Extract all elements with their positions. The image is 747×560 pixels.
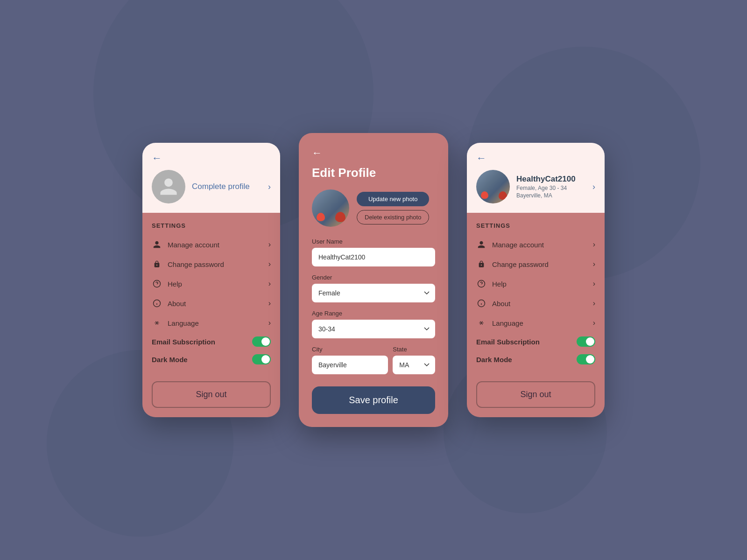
- right-avatar-inner: [476, 170, 510, 203]
- right-person-icon: [476, 239, 486, 250]
- right-info-icon: [476, 298, 486, 308]
- left-email-subscription-label: Email Subscription: [152, 338, 252, 346]
- right-settings-title: SETTINGS: [476, 222, 595, 229]
- right-about-label: About: [492, 300, 593, 308]
- svg-point-11: [481, 322, 482, 324]
- left-help-item[interactable]: Help ›: [152, 274, 271, 294]
- username-group: User Name: [312, 238, 435, 266]
- left-dark-mode-label: Dark Mode: [152, 356, 252, 364]
- right-user-location: Bayerville, MA: [516, 192, 576, 199]
- right-language-label: Language: [492, 319, 593, 327]
- left-email-subscription-row: Email Subscription: [152, 333, 271, 350]
- left-card: ← Complete profile › SETTINGS Manage acc…: [142, 143, 280, 417]
- city-state-row: City State MA CA NY TX FL: [312, 346, 435, 382]
- right-dark-mode-label: Dark Mode: [476, 356, 577, 364]
- right-email-subscription-label: Email Subscription: [476, 338, 577, 346]
- right-user-info: HealthyCat2100 Female, Age 30 - 34 Bayer…: [516, 175, 576, 199]
- state-select[interactable]: MA CA NY TX FL: [393, 356, 435, 374]
- left-settings-title: SETTINGS: [152, 222, 271, 229]
- right-manage-account-chevron-icon: ›: [593, 240, 595, 249]
- username-input[interactable]: [312, 248, 435, 266]
- right-apple-2: [481, 191, 488, 199]
- middle-back-arrow[interactable]: ←: [312, 147, 322, 159]
- complete-profile-text[interactable]: Complete profile: [192, 182, 250, 191]
- right-manage-account-label: Manage account: [492, 241, 593, 249]
- left-sign-out-button[interactable]: Sign out: [152, 381, 271, 408]
- screens-container: ← Complete profile › SETTINGS Manage acc…: [142, 133, 605, 427]
- left-dark-mode-row: Dark Mode: [152, 350, 271, 368]
- left-email-subscription-toggle[interactable]: [252, 336, 271, 347]
- right-lock-icon: [476, 259, 486, 269]
- right-username: HealthyCat2100: [516, 175, 576, 184]
- age-range-group: Age Range Under 18 18-24 25-29 30-34 35-…: [312, 310, 435, 338]
- right-help-item[interactable]: Help ›: [476, 274, 595, 294]
- save-profile-button[interactable]: Save profile: [312, 386, 435, 414]
- edit-avatar-inner: [312, 189, 349, 227]
- age-range-select[interactable]: Under 18 18-24 25-29 30-34 35-44 45-54 5…: [312, 320, 435, 338]
- left-language-icon: [152, 318, 162, 328]
- update-photo-button[interactable]: Update new photo: [357, 192, 429, 206]
- right-change-password-label: Change password: [492, 260, 593, 268]
- left-change-password-label: Change password: [168, 260, 268, 268]
- right-change-password-chevron-icon: ›: [593, 260, 595, 268]
- left-help-chevron-icon: ›: [268, 280, 271, 288]
- state-group: State MA CA NY TX FL: [393, 346, 435, 374]
- right-language-icon: [476, 318, 486, 328]
- right-help-label: Help: [492, 280, 593, 288]
- left-manage-account-label: Manage account: [168, 241, 268, 249]
- left-profile-chevron-icon[interactable]: ›: [268, 182, 271, 192]
- svg-point-5: [156, 322, 158, 324]
- edit-profile-avatar: [312, 189, 349, 227]
- right-help-icon: [476, 279, 486, 289]
- gender-label: Gender: [312, 274, 435, 281]
- right-card-top: ← HealthyCat2100 Female, Age 30 - 34 Bay…: [467, 143, 605, 213]
- right-email-subscription-toggle[interactable]: [577, 336, 595, 347]
- right-dark-mode-row: Dark Mode: [476, 350, 595, 368]
- username-label: User Name: [312, 238, 435, 245]
- left-about-label: About: [168, 300, 268, 308]
- left-back-arrow[interactable]: ←: [152, 152, 162, 164]
- left-manage-account-item[interactable]: Manage account ›: [152, 235, 271, 254]
- left-change-password-item[interactable]: Change password ›: [152, 254, 271, 274]
- right-about-item[interactable]: About ›: [476, 294, 595, 313]
- right-card: ← HealthyCat2100 Female, Age 30 - 34 Bay…: [467, 143, 605, 417]
- right-profile-chevron-icon[interactable]: ›: [592, 182, 595, 192]
- right-dark-mode-toggle[interactable]: [577, 354, 595, 364]
- left-help-label: Help: [168, 280, 268, 288]
- left-help-icon: [152, 279, 162, 289]
- left-language-chevron-icon: ›: [268, 319, 271, 327]
- left-manage-account-chevron-icon: ›: [268, 240, 271, 249]
- city-input[interactable]: [312, 356, 388, 374]
- right-back-arrow[interactable]: ←: [476, 152, 486, 164]
- left-about-item[interactable]: About ›: [152, 294, 271, 313]
- right-change-password-item[interactable]: Change password ›: [476, 254, 595, 274]
- middle-card: ← Edit Profile Update new photo Delete e…: [299, 133, 448, 427]
- left-info-icon: [152, 298, 162, 308]
- right-user-details: Female, Age 30 - 34: [516, 185, 576, 191]
- gender-group: Gender Female Male Non-binary Prefer not…: [312, 274, 435, 302]
- right-help-chevron-icon: ›: [593, 280, 595, 288]
- left-avatar-icon: [158, 176, 179, 197]
- left-profile-row: Complete profile ›: [152, 170, 271, 203]
- right-language-chevron-icon: ›: [593, 319, 595, 327]
- city-label: City: [312, 346, 388, 353]
- right-apple-1: [499, 191, 507, 200]
- left-person-icon: [152, 239, 162, 250]
- right-card-bottom: SETTINGS Manage account › Change passwor…: [467, 213, 605, 417]
- right-language-item[interactable]: Language ›: [476, 313, 595, 333]
- left-change-password-chevron-icon: ›: [268, 260, 271, 268]
- apple-decoration-1: [335, 212, 345, 222]
- right-sign-out-button[interactable]: Sign out: [476, 381, 595, 408]
- left-language-item[interactable]: Language ›: [152, 313, 271, 333]
- state-label: State: [393, 346, 435, 353]
- left-avatar: [152, 170, 185, 203]
- gender-select[interactable]: Female Male Non-binary Prefer not to say: [312, 284, 435, 302]
- edit-profile-title: Edit Profile: [312, 166, 435, 180]
- right-manage-account-item[interactable]: Manage account ›: [476, 235, 595, 254]
- delete-photo-button[interactable]: Delete existing photo: [357, 210, 429, 224]
- left-lock-icon: [152, 259, 162, 269]
- apple-decoration-2: [317, 213, 325, 221]
- right-about-chevron-icon: ›: [593, 299, 595, 308]
- left-dark-mode-toggle[interactable]: [252, 354, 271, 364]
- city-group: City: [312, 346, 388, 374]
